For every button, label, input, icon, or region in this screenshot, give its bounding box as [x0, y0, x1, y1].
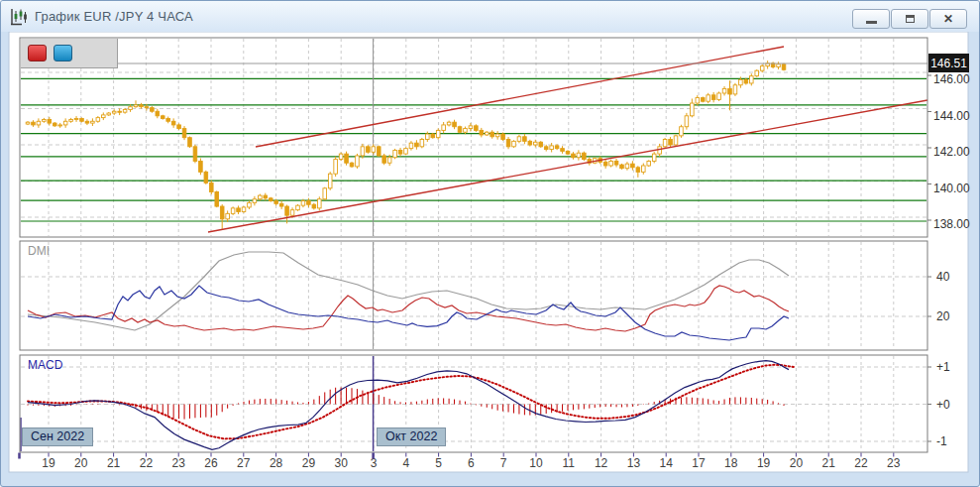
candle-body [334, 160, 338, 175]
candle-body [69, 119, 73, 121]
candle-body [614, 161, 618, 165]
candle-body [301, 201, 305, 206]
candle-body [367, 147, 371, 152]
blue-marker-button[interactable] [54, 45, 72, 61]
candle-body [123, 109, 127, 112]
dmi-panel-label: DMI [28, 244, 50, 258]
candle-body [74, 119, 78, 120]
candle-body [733, 85, 737, 94]
date-axis-label: 7 [500, 456, 507, 470]
candle-body [647, 161, 651, 166]
dmi-axis-label: 20 [936, 309, 950, 323]
candle-body [523, 137, 527, 142]
date-axis-label: 22 [140, 456, 154, 470]
candle-body [782, 64, 786, 69]
red-marker-button[interactable] [28, 45, 47, 61]
current-price-badge: 146.51 [928, 54, 969, 72]
candle-body [722, 88, 726, 93]
candle-body [361, 147, 365, 156]
candle-body [237, 208, 241, 212]
candle-body [253, 199, 257, 203]
candle-body [750, 76, 754, 83]
date-axis-label: 6 [468, 456, 475, 470]
candle-body [707, 95, 710, 101]
candle-body [420, 140, 424, 147]
candle-body [318, 199, 322, 208]
candle-body [685, 116, 689, 127]
maximize-button[interactable] [891, 9, 928, 29]
macd-axis-label: +1 [936, 360, 950, 374]
month-badge-october: Окт 2022 [377, 427, 446, 446]
candle-body [296, 205, 300, 210]
candle-body [480, 130, 484, 135]
candle-body [328, 174, 332, 188]
candle-body [134, 105, 138, 107]
date-axis-label: 29 [302, 456, 316, 470]
candle-body [48, 119, 52, 123]
date-axis-label: 12 [595, 456, 608, 470]
candle-body [140, 105, 144, 107]
candle-body [339, 154, 343, 159]
candle-body [577, 153, 581, 158]
candle-body [544, 147, 548, 150]
candle-body [475, 126, 479, 131]
candle-body [469, 126, 473, 129]
candle-body [43, 119, 47, 121]
candle-body [220, 206, 224, 219]
candle-body [350, 163, 354, 167]
candle-body [674, 136, 678, 145]
candle-body [517, 137, 521, 142]
date-axis-label: 4 [402, 456, 409, 470]
content-area [9, 32, 968, 472]
date-axis-label: 28 [270, 456, 283, 470]
date-axis-label: 17 [692, 456, 706, 470]
candle-body [129, 107, 133, 110]
candle-body [382, 156, 386, 163]
dmi-axis-label: 40 [936, 270, 950, 284]
close-button[interactable]: ✕ [929, 9, 967, 29]
candle-body [739, 79, 743, 84]
candle-body [32, 122, 36, 125]
candle-body [58, 125, 62, 126]
date-axis-label: 10 [529, 456, 543, 470]
candle-body [669, 140, 673, 145]
date-axis-label: 21 [107, 456, 121, 470]
candle-body [398, 150, 402, 154]
candle-body [259, 195, 263, 199]
date-axis-label: 23 [887, 456, 901, 470]
price-axis-label: 138.00 [933, 217, 970, 231]
macd-axis-label: -1 [936, 434, 947, 448]
candle-body [495, 134, 499, 137]
candle-body [409, 143, 413, 148]
candle-body [744, 79, 748, 83]
candle-body [404, 149, 408, 154]
candle-body [231, 208, 235, 213]
date-axis-label: 5 [435, 456, 442, 470]
minimize-button[interactable] [852, 9, 890, 29]
candle-body [96, 118, 100, 122]
date-axis-label: 22 [854, 456, 868, 470]
candle-body [226, 213, 230, 218]
candle-body [285, 206, 289, 215]
candle-body [458, 127, 462, 132]
candle-body [636, 168, 640, 173]
title-bar[interactable]: График EUR /JPY 4 ЧАСА [1, 1, 979, 32]
candle-body [91, 121, 95, 123]
candle-body [345, 154, 349, 163]
price-axis-label: 144.00 [933, 109, 970, 123]
date-axis-label: 23 [172, 456, 186, 470]
date-axis-label: 27 [237, 456, 251, 470]
date-axis-label: 13 [627, 456, 641, 470]
candle-body [485, 132, 489, 135]
chart-canvas[interactable]: 146.00144.00142.00140.00138.004020+1+0-1… [1, 1, 980, 487]
minimize-icon [866, 21, 877, 24]
candlestick-chart-icon [10, 8, 28, 26]
candle-body [701, 98, 705, 102]
candle-body [777, 64, 781, 67]
candle-body [442, 125, 446, 130]
candle-body [102, 115, 106, 118]
candle-body [290, 210, 294, 215]
price-axis-label: 142.00 [933, 145, 970, 159]
candle-body [372, 147, 376, 152]
candle-body [107, 113, 111, 115]
